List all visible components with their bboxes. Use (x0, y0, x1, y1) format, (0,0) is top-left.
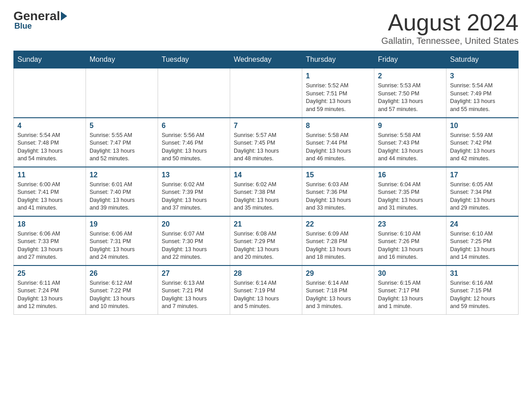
title-block: August 2024 Gallatin, Tennessee, United … (382, 9, 519, 46)
day-header-saturday: Saturday (446, 51, 519, 68)
calendar-cell: 16Sunrise: 6:04 AM Sunset: 7:35 PM Dayli… (374, 167, 446, 216)
day-number: 18 (17, 220, 82, 228)
calendar-cell: 15Sunrise: 6:03 AM Sunset: 7:36 PM Dayli… (302, 167, 374, 216)
day-info: Sunrise: 6:14 AM Sunset: 7:18 PM Dayligh… (306, 279, 370, 311)
calendar-cell: 12Sunrise: 6:01 AM Sunset: 7:40 PM Dayli… (86, 167, 158, 216)
day-number: 13 (162, 171, 226, 179)
day-number: 6 (162, 122, 226, 130)
location-text: Gallatin, Tennessee, United States (382, 36, 519, 46)
day-number: 31 (450, 270, 515, 278)
calendar-cell: 1Sunrise: 5:52 AM Sunset: 7:51 PM Daylig… (302, 68, 374, 118)
day-info: Sunrise: 6:07 AM Sunset: 7:30 PM Dayligh… (162, 230, 226, 261)
day-info: Sunrise: 5:54 AM Sunset: 7:49 PM Dayligh… (450, 82, 515, 113)
day-number: 23 (378, 220, 442, 228)
day-info: Sunrise: 6:05 AM Sunset: 7:34 PM Dayligh… (450, 181, 515, 212)
day-number: 8 (306, 122, 370, 130)
day-info: Sunrise: 6:00 AM Sunset: 7:41 PM Dayligh… (17, 181, 82, 212)
calendar-cell: 29Sunrise: 6:14 AM Sunset: 7:18 PM Dayli… (302, 265, 374, 315)
day-header-friday: Friday (374, 51, 446, 68)
calendar-header-row: SundayMondayTuesdayWednesdayThursdayFrid… (14, 51, 519, 68)
day-number: 20 (162, 220, 226, 228)
day-info: Sunrise: 6:10 AM Sunset: 7:26 PM Dayligh… (378, 230, 442, 261)
calendar-cell: 14Sunrise: 6:02 AM Sunset: 7:38 PM Dayli… (230, 167, 302, 216)
day-number: 10 (450, 122, 515, 130)
calendar-cell: 27Sunrise: 6:13 AM Sunset: 7:21 PM Dayli… (158, 265, 230, 315)
calendar-cell: 25Sunrise: 6:11 AM Sunset: 7:24 PM Dayli… (14, 265, 86, 315)
calendar-cell: 13Sunrise: 6:02 AM Sunset: 7:39 PM Dayli… (158, 167, 230, 216)
calendar-week-row: 25Sunrise: 6:11 AM Sunset: 7:24 PM Dayli… (14, 265, 519, 315)
day-info: Sunrise: 6:02 AM Sunset: 7:38 PM Dayligh… (234, 181, 298, 212)
day-info: Sunrise: 5:57 AM Sunset: 7:45 PM Dayligh… (234, 132, 298, 163)
day-number: 15 (306, 171, 370, 179)
day-number: 30 (378, 270, 442, 278)
day-info: Sunrise: 5:58 AM Sunset: 7:43 PM Dayligh… (378, 132, 442, 163)
day-info: Sunrise: 5:55 AM Sunset: 7:47 PM Dayligh… (90, 132, 154, 163)
day-info: Sunrise: 5:56 AM Sunset: 7:46 PM Dayligh… (162, 132, 226, 163)
day-number: 26 (90, 270, 154, 278)
day-info: Sunrise: 6:02 AM Sunset: 7:39 PM Dayligh… (162, 181, 226, 212)
day-info: Sunrise: 6:12 AM Sunset: 7:22 PM Dayligh… (90, 279, 154, 311)
day-info: Sunrise: 6:04 AM Sunset: 7:35 PM Dayligh… (378, 181, 442, 212)
calendar-week-row: 18Sunrise: 6:06 AM Sunset: 7:33 PM Dayli… (14, 216, 519, 265)
day-number: 29 (306, 270, 370, 278)
calendar-cell: 24Sunrise: 6:10 AM Sunset: 7:25 PM Dayli… (446, 216, 519, 265)
day-number: 22 (306, 220, 370, 228)
calendar-cell: 4Sunrise: 5:54 AM Sunset: 7:48 PM Daylig… (14, 118, 86, 167)
calendar-cell: 6Sunrise: 5:56 AM Sunset: 7:46 PM Daylig… (158, 118, 230, 167)
day-info: Sunrise: 5:53 AM Sunset: 7:50 PM Dayligh… (378, 82, 442, 113)
calendar-cell (158, 68, 230, 118)
calendar-cell (14, 68, 86, 118)
day-number: 3 (450, 72, 515, 80)
day-info: Sunrise: 6:08 AM Sunset: 7:29 PM Dayligh… (234, 230, 298, 261)
day-number: 21 (234, 220, 298, 228)
calendar-cell: 23Sunrise: 6:10 AM Sunset: 7:26 PM Dayli… (374, 216, 446, 265)
day-info: Sunrise: 6:14 AM Sunset: 7:19 PM Dayligh… (234, 279, 298, 311)
calendar-cell: 21Sunrise: 6:08 AM Sunset: 7:29 PM Dayli… (230, 216, 302, 265)
day-info: Sunrise: 6:06 AM Sunset: 7:33 PM Dayligh… (17, 230, 82, 261)
day-info: Sunrise: 6:16 AM Sunset: 7:15 PM Dayligh… (450, 279, 515, 311)
day-number: 7 (234, 122, 298, 130)
calendar-cell: 19Sunrise: 6:06 AM Sunset: 7:31 PM Dayli… (86, 216, 158, 265)
day-number: 24 (450, 220, 515, 228)
day-info: Sunrise: 6:09 AM Sunset: 7:28 PM Dayligh… (306, 230, 370, 261)
calendar-cell: 17Sunrise: 6:05 AM Sunset: 7:34 PM Dayli… (446, 167, 519, 216)
calendar-cell: 2Sunrise: 5:53 AM Sunset: 7:50 PM Daylig… (374, 68, 446, 118)
calendar-cell: 31Sunrise: 6:16 AM Sunset: 7:15 PM Dayli… (446, 265, 519, 315)
calendar-cell: 11Sunrise: 6:00 AM Sunset: 7:41 PM Dayli… (14, 167, 86, 216)
calendar-week-row: 1Sunrise: 5:52 AM Sunset: 7:51 PM Daylig… (14, 68, 519, 118)
calendar-cell: 20Sunrise: 6:07 AM Sunset: 7:30 PM Dayli… (158, 216, 230, 265)
day-number: 19 (90, 220, 154, 228)
day-number: 25 (17, 270, 82, 278)
day-header-thursday: Thursday (302, 51, 374, 68)
day-number: 1 (306, 72, 370, 80)
day-info: Sunrise: 6:15 AM Sunset: 7:17 PM Dayligh… (378, 279, 442, 311)
day-info: Sunrise: 5:58 AM Sunset: 7:44 PM Dayligh… (306, 132, 370, 163)
day-number: 17 (450, 171, 515, 179)
calendar-cell: 30Sunrise: 6:15 AM Sunset: 7:17 PM Dayli… (374, 265, 446, 315)
day-header-wednesday: Wednesday (230, 51, 302, 68)
page-header: General Blue August 2024 Gallatin, Tenne… (13, 9, 519, 46)
day-info: Sunrise: 6:01 AM Sunset: 7:40 PM Dayligh… (90, 181, 154, 212)
day-info: Sunrise: 6:06 AM Sunset: 7:31 PM Dayligh… (90, 230, 154, 261)
calendar-cell: 5Sunrise: 5:55 AM Sunset: 7:47 PM Daylig… (86, 118, 158, 167)
day-number: 27 (162, 270, 226, 278)
day-info: Sunrise: 5:52 AM Sunset: 7:51 PM Dayligh… (306, 82, 370, 113)
calendar-cell: 10Sunrise: 5:59 AM Sunset: 7:42 PM Dayli… (446, 118, 519, 167)
day-number: 16 (378, 171, 442, 179)
logo: General Blue (13, 9, 68, 31)
calendar-cell: 8Sunrise: 5:58 AM Sunset: 7:44 PM Daylig… (302, 118, 374, 167)
calendar-cell: 28Sunrise: 6:14 AM Sunset: 7:19 PM Dayli… (230, 265, 302, 315)
calendar-cell (230, 68, 302, 118)
day-info: Sunrise: 6:13 AM Sunset: 7:21 PM Dayligh… (162, 279, 226, 311)
logo-blue-text: Blue (13, 21, 32, 31)
day-number: 11 (17, 171, 82, 179)
day-number: 2 (378, 72, 442, 80)
day-header-monday: Monday (86, 51, 158, 68)
day-info: Sunrise: 6:11 AM Sunset: 7:24 PM Dayligh… (17, 279, 82, 311)
day-info: Sunrise: 5:54 AM Sunset: 7:48 PM Dayligh… (17, 132, 82, 163)
logo-arrow-icon (61, 12, 67, 21)
day-info: Sunrise: 6:03 AM Sunset: 7:36 PM Dayligh… (306, 181, 370, 212)
day-number: 4 (17, 122, 82, 130)
calendar-week-row: 4Sunrise: 5:54 AM Sunset: 7:48 PM Daylig… (14, 118, 519, 167)
calendar-cell: 26Sunrise: 6:12 AM Sunset: 7:22 PM Dayli… (86, 265, 158, 315)
